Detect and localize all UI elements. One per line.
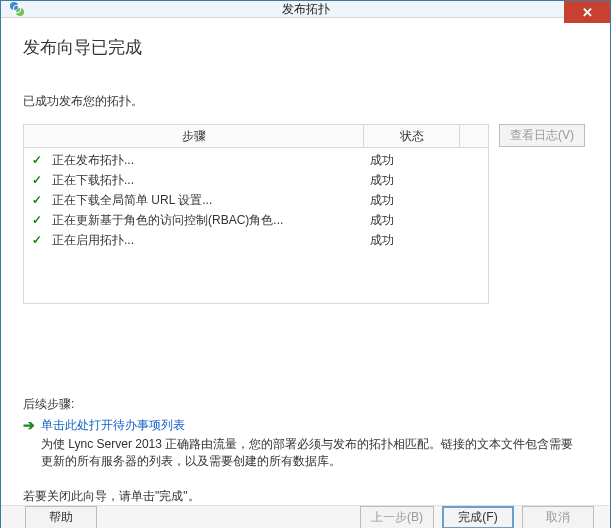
check-icon: ✓: [32, 153, 46, 167]
column-header-spacer: [460, 125, 488, 147]
column-header-state[interactable]: 状态: [364, 125, 460, 147]
arrow-icon: ➔: [23, 417, 41, 433]
step-state: 成功: [370, 152, 466, 169]
step-state: 成功: [370, 232, 466, 249]
table-row[interactable]: ✓ 正在更新基于角色的访问控制(RBAC)角色... 成功: [24, 210, 488, 230]
intro-text: 已成功发布您的拓扑。: [23, 93, 588, 110]
app-icon: [9, 1, 25, 17]
step-label: 正在更新基于角色的访问控制(RBAC)角色...: [46, 212, 370, 229]
step-label: 正在发布拓扑...: [46, 152, 370, 169]
wizard-window: 发布拓扑 ✕ 发布向导已完成 已成功发布您的拓扑。 步骤 状态 ✓ 正在发布拓扑…: [0, 0, 611, 528]
table-row[interactable]: ✓ 正在启用拓扑... 成功: [24, 230, 488, 250]
check-icon: ✓: [32, 213, 46, 227]
steps-table: 步骤 状态 ✓ 正在发布拓扑... 成功 ✓ 正在下载拓扑... 成功: [23, 124, 489, 304]
table-row[interactable]: ✓ 正在下载拓扑... 成功: [24, 170, 488, 190]
footer-bar: 帮助 上一步(B) 完成(F) 取消: [1, 505, 610, 528]
steps-header: 步骤 状态: [24, 125, 488, 148]
title-bar: 发布拓扑 ✕: [1, 1, 610, 18]
next-steps-section: 后续步骤: ➔ 单击此处打开待办事项列表 为使 Lync Server 2013…: [23, 396, 588, 470]
step-state: 成功: [370, 212, 466, 229]
todo-row: ➔ 单击此处打开待办事项列表: [23, 417, 588, 434]
view-logs-button[interactable]: 查看日志(V): [499, 124, 585, 147]
next-steps-label: 后续步骤:: [23, 396, 588, 413]
check-icon: ✓: [32, 233, 46, 247]
window-close-button[interactable]: ✕: [564, 1, 610, 23]
help-button[interactable]: 帮助: [25, 506, 97, 528]
table-row[interactable]: ✓ 正在下载全局简单 URL 设置... 成功: [24, 190, 488, 210]
check-icon: ✓: [32, 173, 46, 187]
todo-description: 为使 Lync Server 2013 正确路由流量，您的部署必须与发布的拓扑相…: [41, 436, 581, 470]
close-instruction: 若要关闭此向导，请单击"完成"。: [23, 488, 588, 505]
step-state: 成功: [370, 172, 466, 189]
column-header-step[interactable]: 步骤: [24, 125, 364, 147]
window-title: 发布拓扑: [1, 1, 610, 18]
step-label: 正在启用拓扑...: [46, 232, 370, 249]
cancel-button[interactable]: 取消: [522, 506, 594, 528]
check-icon: ✓: [32, 193, 46, 207]
steps-body: ✓ 正在发布拓扑... 成功 ✓ 正在下载拓扑... 成功 ✓ 正在下载全局简单…: [24, 148, 488, 250]
page-heading: 发布向导已完成: [23, 36, 588, 59]
step-label: 正在下载拓扑...: [46, 172, 370, 189]
close-icon: ✕: [582, 5, 593, 20]
step-state: 成功: [370, 192, 466, 209]
finish-button[interactable]: 完成(F): [442, 506, 514, 528]
table-row[interactable]: ✓ 正在发布拓扑... 成功: [24, 150, 488, 170]
steps-area: 步骤 状态 ✓ 正在发布拓扑... 成功 ✓ 正在下载拓扑... 成功: [23, 124, 588, 304]
content-area: 发布向导已完成 已成功发布您的拓扑。 步骤 状态 ✓ 正在发布拓扑... 成功 …: [1, 18, 610, 505]
logs-button-wrap: 查看日志(V): [499, 124, 585, 147]
step-label: 正在下载全局简单 URL 设置...: [46, 192, 370, 209]
open-todo-link[interactable]: 单击此处打开待办事项列表: [41, 417, 185, 434]
back-button[interactable]: 上一步(B): [360, 506, 434, 528]
